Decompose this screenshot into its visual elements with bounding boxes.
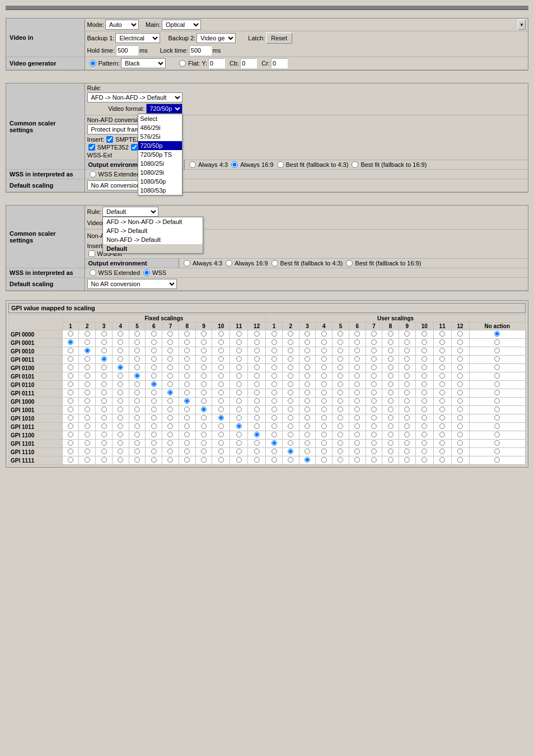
gpi-radio-9-10[interactable] (236, 407, 242, 412)
gpi-radio-11-10[interactable] (236, 423, 242, 429)
gpi-radio-8-9[interactable] (218, 398, 224, 404)
gpi-radio-13-3[interactable] (118, 440, 123, 446)
gpi-radio-10-11[interactable] (254, 415, 260, 421)
gpi-radio-6-20[interactable] (404, 381, 410, 387)
cr-input[interactable] (271, 58, 288, 68)
gpi-radio-14-7[interactable] (184, 449, 190, 454)
gpi-radio-5-0[interactable] (68, 373, 73, 379)
gpi-radio-0-7[interactable] (184, 331, 190, 337)
gpi-radio-5-17[interactable] (354, 373, 360, 379)
gpi-radio-3-19[interactable] (388, 356, 394, 362)
sc2-wss2-radio[interactable] (143, 269, 150, 276)
vf-item-720-50p[interactable]: 720/50p (138, 141, 182, 150)
gpi-radio-8-7[interactable] (184, 398, 190, 404)
gpi-radio-10-18[interactable] (371, 415, 377, 421)
gpi-radio-4-15[interactable] (321, 365, 327, 370)
gpi-radio-4-13[interactable] (288, 365, 293, 370)
scaler1-rule-select[interactable]: AFD -> Non-AFD -> Default (87, 92, 182, 102)
gpi-radio-1-9[interactable] (218, 339, 224, 345)
gpi-radio-5-20[interactable] (404, 373, 410, 379)
sc2-wssext-check[interactable] (88, 250, 95, 257)
gpi-radio-9-0[interactable] (68, 407, 73, 412)
gpi-radio-4-2[interactable] (101, 365, 107, 370)
rule-item-nonafd-default[interactable]: Non-AFD -> Default (103, 235, 203, 244)
gpi-radio-12-16[interactable] (338, 432, 343, 437)
gpi-radio-4-9[interactable] (218, 365, 224, 370)
gpi-radio-8-19[interactable] (388, 398, 394, 404)
gpi-radio-5-8[interactable] (201, 373, 207, 379)
gpi-radio-0-3[interactable] (118, 331, 123, 337)
gpi-radio-7-17[interactable] (354, 390, 360, 395)
gpi-radio-4-7[interactable] (184, 365, 190, 370)
gpi-radio-2-24[interactable] (494, 348, 500, 353)
gpi-radio-1-11[interactable] (254, 339, 260, 345)
gpi-radio-12-4[interactable] (134, 432, 140, 437)
gpi-radio-3-22[interactable] (439, 356, 445, 362)
gpi-radio-7-20[interactable] (404, 390, 410, 395)
gpi-radio-2-12[interactable] (271, 348, 277, 353)
gpi-radio-14-20[interactable] (404, 449, 410, 454)
gpi-radio-14-13[interactable] (288, 449, 293, 454)
gpi-radio-14-2[interactable] (101, 449, 107, 454)
gpi-radio-13-24[interactable] (494, 440, 500, 446)
sc1-always169-radio[interactable] (231, 161, 238, 168)
gpi-radio-6-1[interactable] (85, 381, 90, 387)
gpi-radio-0-0[interactable] (68, 331, 73, 337)
gpi-radio-15-13[interactable] (288, 457, 293, 463)
gpi-radio-11-16[interactable] (338, 423, 343, 429)
gpi-radio-7-12[interactable] (271, 390, 277, 395)
gpi-radio-5-3[interactable] (118, 373, 123, 379)
gpi-radio-13-6[interactable] (167, 440, 173, 446)
gpi-radio-7-15[interactable] (321, 390, 327, 395)
gpi-radio-3-1[interactable] (85, 356, 90, 362)
gpi-radio-13-10[interactable] (236, 440, 242, 446)
gpi-radio-7-8[interactable] (201, 390, 207, 395)
gpi-radio-6-21[interactable] (421, 381, 427, 387)
gpi-radio-12-19[interactable] (388, 432, 394, 437)
gpi-radio-5-11[interactable] (254, 373, 260, 379)
gpi-radio-4-24[interactable] (494, 365, 500, 370)
gpi-radio-12-12[interactable] (271, 432, 277, 437)
gpi-radio-9-7[interactable] (184, 407, 190, 412)
gpi-radio-3-5[interactable] (151, 356, 157, 362)
gpi-radio-7-19[interactable] (388, 390, 394, 395)
gpi-radio-4-8[interactable] (201, 365, 207, 370)
gpi-radio-10-15[interactable] (321, 415, 327, 421)
gpi-radio-0-18[interactable] (371, 331, 377, 337)
gpi-radio-5-2[interactable] (101, 373, 107, 379)
gpi-radio-5-6[interactable] (167, 373, 173, 379)
gpi-radio-14-19[interactable] (388, 449, 394, 454)
gpi-radio-12-6[interactable] (167, 432, 173, 437)
gpi-radio-12-2[interactable] (101, 432, 107, 437)
gpi-radio-0-20[interactable] (404, 331, 410, 337)
gpi-radio-6-13[interactable] (288, 381, 293, 387)
gpi-radio-1-21[interactable] (421, 339, 427, 345)
gpi-radio-8-3[interactable] (118, 398, 123, 404)
gpi-radio-15-14[interactable] (305, 457, 310, 463)
gpi-radio-10-4[interactable] (134, 415, 140, 421)
gpi-radio-8-22[interactable] (439, 398, 445, 404)
gpi-radio-14-10[interactable] (236, 449, 242, 454)
main-select[interactable]: Optical (162, 20, 201, 30)
gpi-radio-3-7[interactable] (184, 356, 190, 362)
gpi-radio-12-5[interactable] (151, 432, 157, 437)
gpi-radio-1-3[interactable] (118, 339, 123, 345)
sc1-wssext-radio[interactable] (90, 171, 96, 178)
gpi-radio-1-24[interactable] (494, 339, 500, 345)
gpi-radio-7-23[interactable] (457, 390, 463, 395)
gpi-radio-8-13[interactable] (288, 398, 293, 404)
gpi-radio-9-13[interactable] (288, 407, 293, 412)
gpi-radio-3-23[interactable] (457, 356, 463, 362)
gpi-radio-5-9[interactable] (218, 373, 224, 379)
gpi-radio-11-21[interactable] (421, 423, 427, 429)
gpi-radio-12-17[interactable] (354, 432, 360, 437)
gpi-radio-3-9[interactable] (218, 356, 224, 362)
gpi-radio-4-20[interactable] (404, 365, 410, 370)
rule-item-afd-nonafd[interactable]: AFD -> Non-AFD -> Default (103, 217, 203, 226)
gpi-radio-5-13[interactable] (288, 373, 293, 379)
gpi-radio-6-18[interactable] (371, 381, 377, 387)
sc2-bestfit43-radio[interactable] (271, 260, 278, 267)
gpi-radio-13-0[interactable] (68, 440, 73, 446)
flat-y-input[interactable] (208, 58, 225, 68)
gpi-radio-8-14[interactable] (305, 398, 310, 404)
